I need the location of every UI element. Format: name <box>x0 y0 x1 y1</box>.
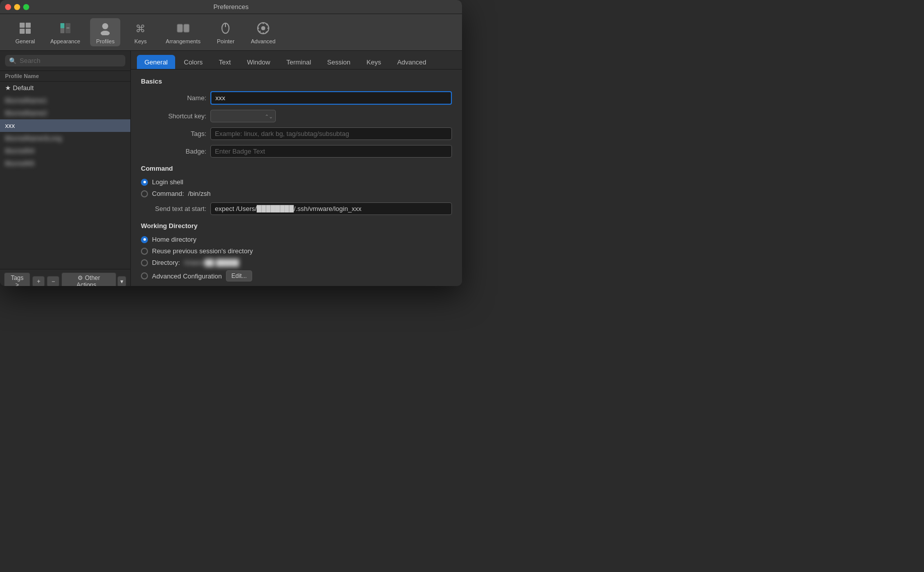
directory-value: /Users/██ █████ <box>184 259 239 266</box>
general-icon <box>17 20 33 36</box>
maximize-button[interactable] <box>23 4 29 10</box>
svg-rect-21 <box>267 28 269 29</box>
toolbar-item-arrangements[interactable]: Arrangements <box>161 18 205 46</box>
toolbar-item-keys[interactable]: ⌘ Keys <box>125 18 156 46</box>
remove-profile-button[interactable]: − <box>47 276 59 286</box>
sidebar-item-default[interactable]: ★ Default <box>0 82 130 94</box>
home-dir-label: Home directory <box>152 236 196 243</box>
tab-general[interactable]: General <box>137 55 175 69</box>
blurred-label-5: BlurredN5 <box>5 160 35 167</box>
sidebar-item-blurred-3[interactable]: BlurredName3Long <box>0 132 130 145</box>
shortcut-key-row: Shortcut key: <box>141 110 452 122</box>
shortcut-key-control <box>210 110 452 122</box>
name-input[interactable] <box>210 91 452 105</box>
edit-button[interactable]: Edit... <box>226 270 253 281</box>
name-label: Name: <box>141 94 206 102</box>
tab-bar: General Colors Text Window Terminal Sess… <box>131 51 462 69</box>
shortcut-key-select[interactable] <box>210 110 276 122</box>
sidebar-item-blurred-5[interactable]: BlurredN5 <box>0 157 130 170</box>
toolbar-item-pointer[interactable]: Pointer <box>210 18 241 46</box>
advanced-config-label: Advanced Configuration <box>152 272 222 280</box>
tab-window[interactable]: Window <box>240 55 278 69</box>
profiles-icon <box>97 20 113 36</box>
sidebar-header-label: Profile Name <box>5 73 125 79</box>
reuse-session-radio[interactable] <box>141 248 148 255</box>
tags-row: Tags: <box>141 127 452 140</box>
toolbar-item-advanced[interactable]: Advanced <box>246 18 280 46</box>
close-button[interactable] <box>5 4 11 10</box>
default-label: ★ Default <box>5 84 34 92</box>
toolbar-item-profiles[interactable]: Profiles <box>90 18 120 46</box>
xxx-label: xxx <box>5 122 15 129</box>
svg-rect-3 <box>26 29 31 34</box>
main-layout: 🔍 Profile Name ★ Default BlurredName1 Bl… <box>0 51 462 286</box>
command-radio-group: Login shell Command: /bin/zsh <box>141 178 452 197</box>
directory-radio[interactable] <box>141 259 148 266</box>
command-row: Command: /bin/zsh <box>141 190 452 197</box>
sidebar-item-blurred-1[interactable]: BlurredName1 <box>0 94 130 107</box>
tab-text[interactable]: Text <box>211 55 239 69</box>
home-dir-radio[interactable] <box>141 236 148 243</box>
sidebar-item-blurred-4[interactable]: BlurredN4 <box>0 145 130 157</box>
send-text-label: Send text at start: <box>141 205 206 212</box>
svg-rect-5 <box>60 23 64 28</box>
svg-rect-12 <box>184 24 189 32</box>
svg-point-17 <box>261 26 265 30</box>
other-actions-group: ⚙ Other Actions... ▾ <box>61 272 126 286</box>
command-label-inline: Command: <box>152 190 184 197</box>
command-section-title: Command <box>141 165 452 172</box>
tab-session[interactable]: Session <box>320 55 358 69</box>
tab-advanced[interactable]: Advanced <box>390 55 434 69</box>
reuse-session-row: Reuse previous session's directory <box>141 247 452 255</box>
toolbar-item-appearance[interactable]: Appearance <box>45 18 85 46</box>
advanced-label: Advanced <box>251 38 275 44</box>
search-input[interactable] <box>20 57 121 64</box>
login-shell-radio[interactable] <box>141 179 148 186</box>
login-shell-label: Login shell <box>152 178 183 186</box>
sidebar-header: Profile Name <box>0 71 130 82</box>
working-dir-section-title: Working Directory <box>141 222 452 230</box>
tab-terminal[interactable]: Terminal <box>279 55 319 69</box>
svg-rect-20 <box>257 28 259 29</box>
badge-input[interactable] <box>210 145 452 158</box>
pointer-label: Pointer <box>217 38 235 44</box>
arrangements-label: Arrangements <box>166 38 200 44</box>
toolbar: General Appearance Profiles ⌘ <box>0 14 462 51</box>
badge-control <box>210 145 452 158</box>
appearance-label: Appearance <box>50 38 80 44</box>
tags-label: Tags: <box>141 130 206 137</box>
toolbar-item-general[interactable]: General <box>10 18 40 46</box>
sidebar-item-xxx[interactable]: xxx <box>0 119 130 132</box>
add-profile-button[interactable]: + <box>32 276 45 286</box>
advanced-icon <box>255 20 271 36</box>
sidebar-footer: Tags > + − ⚙ Other Actions... ▾ <box>0 269 130 286</box>
sidebar-item-blurred-2[interactable]: BlurredName2 <box>0 107 130 119</box>
badge-row: Badge: <box>141 145 452 158</box>
working-dir-radio-group: Home directory Reuse previous session's … <box>141 236 452 281</box>
shortcut-select-wrapper <box>210 110 276 122</box>
directory-label: Directory: <box>152 259 180 266</box>
tags-button[interactable]: Tags > <box>4 272 30 286</box>
arrangements-icon <box>175 20 191 36</box>
minimize-button[interactable] <box>14 4 20 10</box>
command-radio[interactable] <box>141 190 148 197</box>
advanced-config-radio[interactable] <box>141 272 148 279</box>
search-icon: 🔍 <box>9 57 17 64</box>
keys-label: Keys <box>134 38 146 44</box>
other-actions-chevron[interactable]: ▾ <box>117 276 126 286</box>
svg-point-8 <box>102 23 108 29</box>
blurred-label-1: BlurredName1 <box>5 97 47 104</box>
blurred-label-4: BlurredN4 <box>5 147 35 155</box>
tab-colors[interactable]: Colors <box>176 55 210 69</box>
send-text-control: expect /Users/████████/.ssh/vmware/login… <box>210 202 452 215</box>
svg-rect-2 <box>20 29 25 34</box>
shortcut-key-label: Shortcut key: <box>141 112 206 120</box>
tags-input[interactable] <box>210 127 452 140</box>
login-shell-row: Login shell <box>141 178 452 186</box>
blurred-label-3: BlurredName3Long <box>5 134 62 142</box>
sidebar: 🔍 Profile Name ★ Default BlurredName1 Bl… <box>0 51 131 286</box>
other-actions-button[interactable]: ⚙ Other Actions... <box>61 272 116 286</box>
tab-keys[interactable]: Keys <box>359 55 389 69</box>
send-text-input[interactable] <box>210 202 452 215</box>
window-title: Preferences <box>213 3 249 11</box>
